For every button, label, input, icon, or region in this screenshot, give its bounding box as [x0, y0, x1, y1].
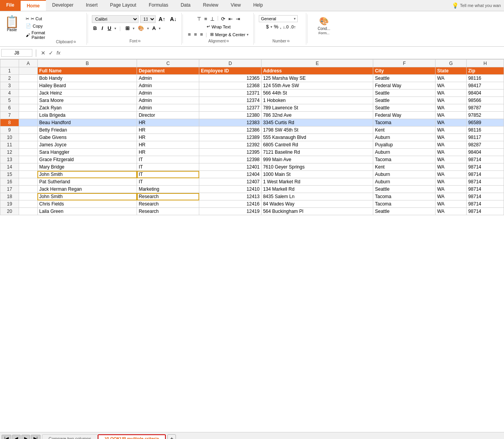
- row-number[interactable]: 8: [0, 119, 19, 126]
- font-grow-button[interactable]: A↑: [157, 15, 167, 23]
- table-cell[interactable]: WA: [436, 134, 467, 141]
- table-cell[interactable]: 786 32nd Ave: [261, 112, 373, 119]
- table-cell[interactable]: 7121 Baseline Rd: [261, 149, 373, 156]
- table-cell[interactable]: Director: [137, 112, 199, 119]
- col-header-a[interactable]: A: [19, 60, 37, 67]
- table-cell[interactable]: IT: [137, 163, 199, 171]
- table-cell[interactable]: Tacoma: [373, 200, 436, 208]
- table-cell[interactable]: [19, 171, 37, 178]
- tab-developer[interactable]: Developer: [46, 0, 80, 11]
- table-cell[interactable]: [19, 141, 37, 149]
- table-cell[interactable]: 98714: [467, 178, 504, 186]
- row-number[interactable]: 7: [0, 112, 19, 119]
- table-cell[interactable]: Tacoma: [373, 119, 436, 126]
- table-cell[interactable]: City: [373, 67, 436, 75]
- table-cell[interactable]: 125 Marsha Way SE: [261, 75, 373, 82]
- percent-button[interactable]: %: [274, 24, 279, 30]
- table-cell[interactable]: [19, 200, 37, 208]
- table-cell[interactable]: 98714: [467, 171, 504, 178]
- table-cell[interactable]: 12401: [199, 163, 262, 171]
- table-cell[interactable]: Auburn: [373, 171, 436, 178]
- col-header-g[interactable]: G: [436, 60, 467, 67]
- copy-button[interactable]: 📄 Copy: [25, 23, 46, 29]
- table-cell[interactable]: 98714: [467, 163, 504, 171]
- table-cell[interactable]: 566 44th St: [261, 90, 373, 97]
- clipboard-expand-icon[interactable]: ⧉: [74, 40, 76, 44]
- table-cell[interactable]: 98116: [467, 126, 504, 134]
- table-cell[interactable]: 98404: [467, 149, 504, 156]
- table-cell[interactable]: [19, 149, 37, 156]
- row-number[interactable]: 3: [0, 82, 19, 90]
- decimal-increase-button[interactable]: .0↑: [290, 25, 296, 29]
- table-cell[interactable]: Auburn: [373, 134, 436, 141]
- tab-home[interactable]: Home: [21, 0, 46, 11]
- add-sheet-button[interactable]: +: [167, 434, 176, 439]
- table-cell[interactable]: Beau Handford: [37, 119, 137, 126]
- table-cell[interactable]: Mary Bridge: [37, 163, 137, 171]
- table-cell[interactable]: 1000 Main St: [261, 171, 373, 178]
- table-cell[interactable]: 12365: [199, 75, 262, 82]
- table-cell[interactable]: WA: [436, 171, 467, 178]
- col-header-c[interactable]: C: [137, 60, 199, 67]
- font-color-dropdown-icon[interactable]: ▾: [159, 26, 161, 30]
- table-cell[interactable]: IT: [137, 178, 199, 186]
- table-cell[interactable]: 1 West Market Rd: [261, 178, 373, 186]
- table-cell[interactable]: 98117: [467, 134, 504, 141]
- table-cell[interactable]: IT: [137, 156, 199, 163]
- tab-help[interactable]: Help: [247, 0, 269, 11]
- number-format-selector[interactable]: General ▾: [259, 15, 298, 22]
- table-cell[interactable]: 98714: [467, 200, 504, 208]
- table-cell[interactable]: Address: [261, 67, 373, 75]
- tab-nav-first[interactable]: |◀: [2, 435, 11, 439]
- row-number[interactable]: 20: [0, 208, 19, 215]
- table-cell[interactable]: Auburn: [373, 178, 436, 186]
- merge-center-button[interactable]: ⊞ Merge & Center ▾: [209, 31, 251, 38]
- table-cell[interactable]: 98417: [467, 82, 504, 90]
- merge-dropdown-icon[interactable]: ▾: [247, 33, 249, 37]
- table-cell[interactable]: 12392: [199, 141, 262, 149]
- table-cell[interactable]: Hailey Beard: [37, 82, 137, 90]
- table-cell[interactable]: Bob Handy: [37, 75, 137, 82]
- table-cell[interactable]: 84 Wades Way: [261, 200, 373, 208]
- table-cell[interactable]: WA: [436, 97, 467, 104]
- tab-insert[interactable]: Insert: [80, 0, 104, 11]
- row-number[interactable]: 10: [0, 134, 19, 141]
- table-cell[interactable]: Sara Hanggler: [37, 149, 137, 156]
- table-cell[interactable]: 12416: [199, 200, 262, 208]
- table-cell[interactable]: 6805 Cantrell Rd: [261, 141, 373, 149]
- tab-review[interactable]: Review: [197, 0, 225, 11]
- align-center-button[interactable]: ≡: [193, 31, 198, 38]
- align-top-button[interactable]: ⊤: [196, 15, 202, 23]
- table-cell[interactable]: 98566: [467, 97, 504, 104]
- tab-data[interactable]: Data: [174, 0, 197, 11]
- table-cell[interactable]: [19, 186, 37, 193]
- font-size-selector[interactable]: 11: [140, 15, 156, 23]
- font-name-selector[interactable]: Calibri: [92, 15, 139, 23]
- table-cell[interactable]: Full Name: [37, 67, 137, 75]
- table-cell[interactable]: [19, 82, 37, 90]
- table-cell[interactable]: WA: [436, 200, 467, 208]
- col-header-h[interactable]: H: [467, 60, 504, 67]
- table-cell[interactable]: HR: [137, 141, 199, 149]
- table-cell[interactable]: WA: [436, 156, 467, 163]
- border-button[interactable]: ⊞: [124, 25, 131, 32]
- table-cell[interactable]: WA: [436, 178, 467, 186]
- table-cell[interactable]: John Smith: [37, 193, 137, 200]
- row-number[interactable]: 16: [0, 178, 19, 186]
- table-cell[interactable]: Kent: [373, 163, 436, 171]
- table-cell[interactable]: Auburn: [373, 149, 436, 156]
- row-number[interactable]: 18: [0, 193, 19, 200]
- indent-increase-button[interactable]: ⇥: [235, 15, 241, 23]
- table-cell[interactable]: Admin: [137, 104, 199, 112]
- table-cell[interactable]: Tacoma: [373, 156, 436, 163]
- table-cell[interactable]: 98404: [467, 90, 504, 97]
- orientation-button[interactable]: ⟳: [220, 15, 227, 23]
- table-cell[interactable]: Seattle: [373, 186, 436, 193]
- table-cell[interactable]: WA: [436, 90, 467, 97]
- formula-input[interactable]: [63, 50, 504, 56]
- table-cell[interactable]: Admin: [137, 97, 199, 104]
- tab-page-layout[interactable]: Page Layout: [104, 0, 142, 11]
- table-cell[interactable]: Research: [137, 193, 199, 200]
- table-cell[interactable]: Lola Brigeda: [37, 112, 137, 119]
- table-cell[interactable]: 97852: [467, 112, 504, 119]
